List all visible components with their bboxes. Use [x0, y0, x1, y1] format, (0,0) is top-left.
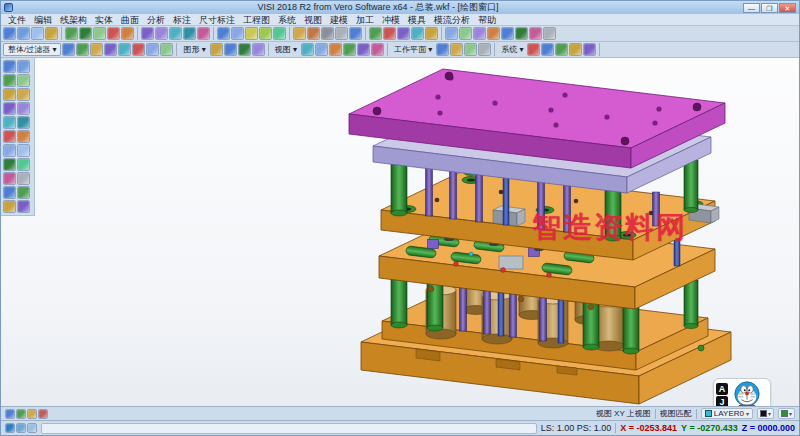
menu-item-加工[interactable]: 加工	[352, 14, 378, 26]
layer-dropdown[interactable]: LAYER0 ▾	[701, 408, 753, 419]
tool-icon[interactable]	[183, 27, 196, 40]
filter-dropdown[interactable]: 整体/过滤器 ▾	[3, 43, 61, 56]
tool-icon[interactable]	[3, 130, 16, 143]
menu-item-模流分析[interactable]: 模流分析	[430, 14, 474, 26]
tool-icon[interactable]	[301, 43, 314, 56]
toolbar-group-视图[interactable]: 视图 ▾	[272, 44, 300, 55]
tool-icon[interactable]	[17, 144, 30, 157]
tool-icon[interactable]	[17, 172, 30, 185]
view-match-button[interactable]: 视图匹配	[660, 408, 692, 419]
tool-icon[interactable]	[3, 88, 16, 101]
linestyle-dropdown[interactable]: ▾	[778, 408, 795, 419]
tool-icon[interactable]	[65, 27, 78, 40]
tool-icon[interactable]	[569, 43, 582, 56]
tool-icon[interactable]	[132, 43, 145, 56]
tool-icon[interactable]	[464, 43, 477, 56]
tool-icon[interactable]	[3, 172, 16, 185]
tool-icon[interactable]	[141, 27, 154, 40]
tool-icon[interactable]	[369, 27, 382, 40]
tool-icon[interactable]	[3, 200, 16, 213]
tool-icon[interactable]	[473, 27, 486, 40]
tool-icon[interactable]	[555, 43, 568, 56]
tool-icon[interactable]	[17, 60, 30, 73]
tool-icon[interactable]	[79, 27, 92, 40]
tool-icon[interactable]	[321, 27, 334, 40]
tool-icon[interactable]	[17, 102, 30, 115]
tool-icon[interactable]	[16, 423, 26, 433]
tool-icon[interactable]	[45, 27, 58, 40]
tool-icon[interactable]	[5, 409, 15, 419]
tool-icon[interactable]	[160, 43, 173, 56]
tool-icon[interactable]	[335, 27, 348, 40]
tool-icon[interactable]	[17, 74, 30, 87]
tool-icon[interactable]	[17, 116, 30, 129]
tool-icon[interactable]	[155, 27, 168, 40]
tool-icon[interactable]	[17, 130, 30, 143]
tool-icon[interactable]	[169, 27, 182, 40]
tool-icon[interactable]	[146, 43, 159, 56]
tool-icon[interactable]	[459, 27, 472, 40]
tool-icon[interactable]	[501, 27, 514, 40]
menu-item-视图[interactable]: 视图	[300, 14, 326, 26]
tool-icon[interactable]	[436, 43, 449, 56]
tool-icon[interactable]	[17, 88, 30, 101]
toolbar-group-图形[interactable]: 图形 ▾	[180, 44, 208, 55]
tool-icon[interactable]	[27, 423, 37, 433]
tool-icon[interactable]	[245, 27, 258, 40]
tool-icon[interactable]	[329, 43, 342, 56]
tool-icon[interactable]	[17, 186, 30, 199]
tool-icon[interactable]	[529, 27, 542, 40]
tool-icon[interactable]	[17, 27, 30, 40]
menu-item-曲面[interactable]: 曲面	[117, 14, 143, 26]
color-dropdown[interactable]: ▾	[757, 408, 774, 419]
tool-icon[interactable]	[3, 27, 16, 40]
tool-icon[interactable]	[17, 158, 30, 171]
menu-item-线架构[interactable]: 线架构	[56, 14, 91, 26]
tool-icon[interactable]	[3, 186, 16, 199]
tool-icon[interactable]	[343, 43, 356, 56]
tool-icon[interactable]	[16, 409, 26, 419]
tool-icon[interactable]	[104, 43, 117, 56]
tool-icon[interactable]	[273, 27, 286, 40]
tool-icon[interactable]	[543, 27, 556, 40]
tool-icon[interactable]	[238, 43, 251, 56]
toolbar-group-工作平面[interactable]: 工作平面 ▾	[391, 44, 435, 55]
tool-icon[interactable]	[315, 43, 328, 56]
tool-icon[interactable]	[62, 43, 75, 56]
tool-icon[interactable]	[90, 43, 103, 56]
maximize-button[interactable]: ❐	[761, 3, 778, 13]
tool-icon[interactable]	[3, 74, 16, 87]
menu-item-实体[interactable]: 实体	[91, 14, 117, 26]
tool-icon[interactable]	[450, 43, 463, 56]
tool-icon[interactable]	[445, 27, 458, 40]
menu-item-尺寸标注[interactable]: 尺寸标注	[195, 14, 239, 26]
viewport[interactable]: 智造资料网 AJT	[1, 58, 799, 406]
minimize-button[interactable]: —	[743, 3, 760, 13]
tool-icon[interactable]	[224, 43, 237, 56]
tool-icon[interactable]	[357, 43, 370, 56]
tool-icon[interactable]	[411, 27, 424, 40]
menu-item-工程图[interactable]: 工程图	[239, 14, 274, 26]
tool-icon[interactable]	[27, 409, 37, 419]
tool-icon[interactable]	[231, 27, 244, 40]
tool-icon[interactable]	[527, 43, 540, 56]
tool-icon[interactable]	[293, 27, 306, 40]
tool-icon[interactable]	[383, 27, 396, 40]
command-prompt[interactable]	[41, 423, 537, 434]
tool-icon[interactable]	[478, 43, 491, 56]
tool-icon[interactable]	[583, 43, 596, 56]
menu-item-标注[interactable]: 标注	[169, 14, 195, 26]
tool-icon[interactable]	[107, 27, 120, 40]
tool-icon[interactable]	[3, 158, 16, 171]
view-indicator[interactable]: 视图 XY 上视图	[596, 408, 651, 419]
tool-icon[interactable]	[118, 43, 131, 56]
tool-icon[interactable]	[3, 116, 16, 129]
tool-icon[interactable]	[93, 27, 106, 40]
tool-icon[interactable]	[217, 27, 230, 40]
menu-item-冲模[interactable]: 冲模	[378, 14, 404, 26]
tool-icon[interactable]	[3, 144, 16, 157]
tool-icon[interactable]	[307, 27, 320, 40]
tool-icon[interactable]	[31, 27, 44, 40]
tool-icon[interactable]	[3, 102, 16, 115]
tool-icon[interactable]	[121, 27, 134, 40]
